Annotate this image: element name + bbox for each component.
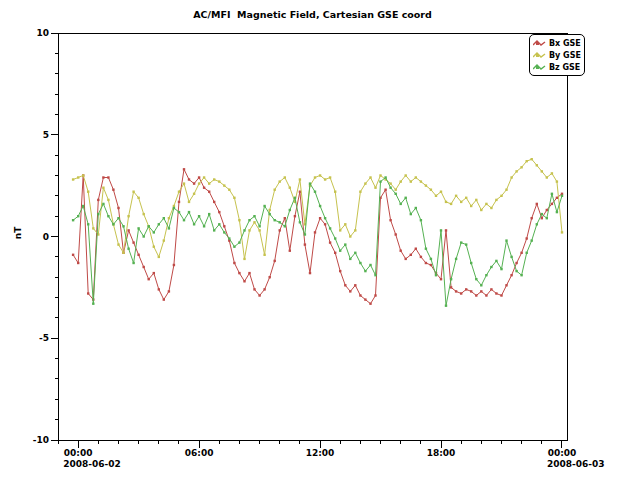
- axis-tick-labels: 00:002008-06-0206:0012:0018:0000:002008-…: [33, 28, 605, 469]
- data-point-marker: [490, 288, 492, 290]
- data-point-marker: [359, 262, 361, 264]
- data-point-marker: [329, 241, 331, 243]
- data-point-marker: [309, 182, 311, 184]
- data-point-marker: [284, 176, 286, 178]
- data-point-marker: [102, 187, 104, 189]
- data-point-marker: [233, 246, 235, 248]
- data-point-marker: [505, 189, 507, 191]
- data-point-marker: [314, 231, 316, 233]
- data-point-marker: [510, 256, 512, 258]
- data-point-marker: [158, 288, 160, 290]
- data-point-marker: [203, 225, 205, 227]
- data-point-marker: [213, 229, 215, 231]
- data-point-marker: [314, 176, 316, 178]
- data-point-marker: [188, 201, 190, 203]
- x-tick-label: 00:00: [548, 448, 577, 458]
- data-point-marker: [274, 189, 276, 191]
- data-point-marker: [389, 182, 391, 184]
- data-point-marker: [556, 180, 558, 182]
- data-point-marker: [495, 260, 497, 262]
- data-point-marker: [253, 221, 255, 223]
- data-point-marker: [329, 227, 331, 229]
- data-point-marker: [319, 205, 321, 207]
- data-point-marker: [551, 172, 553, 174]
- data-point-marker: [294, 197, 296, 199]
- data-point-marker: [198, 215, 200, 217]
- data-point-marker: [561, 195, 563, 197]
- data-point-marker: [228, 237, 230, 239]
- data-point-marker: [107, 176, 109, 178]
- data-point-marker: [269, 276, 271, 278]
- x-tick-label: 18:00: [427, 448, 456, 458]
- data-point-marker: [339, 229, 341, 231]
- x-start-date-label: 2008-06-02: [63, 459, 121, 469]
- data-point-marker: [223, 225, 225, 227]
- legend-item: Bx GSE: [533, 37, 581, 49]
- data-point-marker: [258, 229, 260, 231]
- plot-window: AC/MFI Magnetic Field, Cartesian GSE coo…: [0, 0, 640, 480]
- plot-title: AC/MFI Magnetic Field, Cartesian GSE coo…: [0, 9, 625, 20]
- series-line-bz: [73, 178, 562, 306]
- y-tick-label: -10: [33, 435, 49, 445]
- data-point-marker: [193, 182, 195, 184]
- data-point-marker: [127, 229, 129, 231]
- data-point-marker: [455, 258, 457, 260]
- data-point-marker: [263, 205, 265, 207]
- data-point-marker: [561, 231, 563, 233]
- data-point-marker: [405, 174, 407, 176]
- data-point-marker: [465, 197, 467, 199]
- legend-line-sample-icon: [533, 63, 546, 72]
- data-point-marker: [520, 274, 522, 276]
- data-point-marker: [122, 252, 124, 254]
- data-point-marker: [274, 219, 276, 221]
- data-point-marker: [72, 178, 74, 180]
- data-point-marker: [349, 290, 351, 292]
- data-point-marker: [263, 288, 265, 290]
- data-point-marker: [178, 201, 180, 203]
- data-point-marker: [485, 294, 487, 296]
- data-point-marker: [359, 191, 361, 193]
- data-point-marker: [279, 229, 281, 231]
- legend-marker: [536, 54, 539, 57]
- data-point-marker: [87, 191, 89, 193]
- data-point-marker: [515, 270, 517, 272]
- data-point-marker: [92, 303, 94, 305]
- data-point-marker: [233, 197, 235, 199]
- data-point-marker: [495, 199, 497, 201]
- data-point-marker: [117, 243, 119, 245]
- data-point-marker: [430, 258, 432, 260]
- data-point-marker: [455, 195, 457, 197]
- data-point-marker: [97, 213, 99, 215]
- legend-line-sample-icon: [533, 51, 546, 60]
- data-point-marker: [400, 203, 402, 205]
- data-point-marker: [379, 180, 381, 182]
- data-point-marker: [395, 233, 397, 235]
- data-point-marker: [384, 189, 386, 191]
- data-point-marker: [153, 246, 155, 248]
- data-point-marker: [107, 215, 109, 217]
- data-point-marker: [364, 182, 366, 184]
- series-markers-bz: [72, 176, 563, 307]
- data-point-marker: [334, 191, 336, 193]
- data-point-marker: [243, 280, 245, 282]
- data-point-marker: [117, 207, 119, 209]
- data-point-marker: [450, 278, 452, 280]
- data-point-marker: [238, 272, 240, 274]
- data-point-marker: [455, 290, 457, 292]
- data-point-marker: [435, 274, 437, 276]
- data-point-marker: [87, 223, 89, 225]
- data-point-marker: [158, 223, 160, 225]
- data-point-marker: [208, 213, 210, 215]
- data-point-marker: [329, 176, 331, 178]
- x-end-date-label: 2008-06-03: [547, 459, 605, 469]
- x-tick-label: 00:00: [64, 448, 93, 458]
- data-point-marker: [132, 241, 134, 243]
- data-point-marker: [248, 219, 250, 221]
- data-point-marker: [369, 176, 371, 178]
- data-point-marker: [526, 237, 528, 239]
- data-point-marker: [490, 266, 492, 268]
- legend-item: By GSE: [533, 49, 581, 61]
- data-point-marker: [208, 191, 210, 193]
- data-point-marker: [238, 241, 240, 243]
- data-point-marker: [92, 227, 94, 229]
